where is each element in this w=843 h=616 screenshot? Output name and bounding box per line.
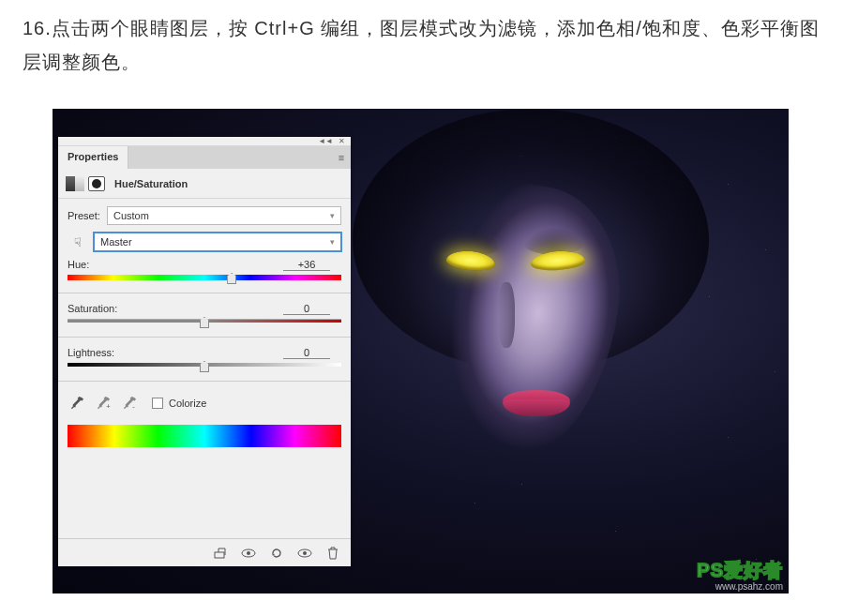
clip-to-layer-icon[interactable]	[212, 545, 229, 562]
watermark-rest: 爱好者	[724, 560, 783, 580]
properties-panel: ◄◄ ✕ Properties ≡ Hue/Saturation Preset:…	[58, 137, 351, 566]
lightness-value[interactable]: 0	[283, 347, 330, 359]
tab-properties[interactable]: Properties	[58, 146, 128, 169]
hue-value[interactable]: +36	[283, 259, 330, 271]
panel-menu-icon[interactable]: ≡	[332, 146, 351, 169]
svg-text:+: +	[106, 402, 111, 411]
chevron-down-icon: ▾	[330, 237, 335, 247]
instruction-text: 16.点击两个眼睛图层，按 Ctrl+G 编组，图层模式改为滤镜，添加色相/饱和…	[0, 0, 843, 83]
watermark-ps: PS	[697, 560, 724, 580]
reset-icon[interactable]	[268, 545, 285, 562]
adjustment-layer-icon[interactable]	[66, 176, 84, 191]
view-previous-icon[interactable]	[240, 545, 257, 562]
preset-value: Custom	[113, 210, 149, 221]
svg-text:-: -	[132, 402, 135, 411]
watermark: PS爱好者 www.psahz.com	[697, 558, 783, 592]
close-icon[interactable]: ✕	[339, 137, 345, 145]
lips	[503, 390, 570, 416]
eyedropper-subtract-icon[interactable]: -	[120, 395, 139, 412]
photoshop-canvas: ◄◄ ✕ Properties ≡ Hue/Saturation Preset:…	[53, 109, 789, 593]
saturation-slider[interactable]	[68, 319, 341, 327]
channel-value: Master	[100, 236, 132, 248]
hue-label: Hue:	[68, 259, 89, 271]
saturation-value[interactable]: 0	[283, 303, 330, 315]
visibility-icon[interactable]	[296, 545, 313, 562]
preset-label: Preset:	[68, 210, 107, 221]
adjustment-title: Hue/Saturation	[114, 178, 188, 189]
color-range-bars[interactable]	[68, 425, 341, 447]
colorize-label: Colorize	[169, 398, 206, 409]
watermark-url: www.psahz.com	[697, 581, 783, 592]
eyedropper-add-icon[interactable]: +	[94, 395, 113, 412]
layer-mask-icon[interactable]	[88, 176, 105, 191]
lightness-label: Lightness:	[68, 347, 114, 359]
svg-rect-2	[215, 552, 224, 558]
collapse-icon[interactable]: ◄◄	[318, 137, 333, 145]
preset-select[interactable]: Custom ▾	[107, 206, 341, 225]
eyedropper-icon[interactable]	[68, 395, 86, 412]
trash-icon[interactable]	[324, 545, 341, 562]
saturation-label: Saturation:	[68, 303, 117, 315]
svg-point-4	[247, 551, 250, 555]
hue-slider[interactable]	[68, 275, 341, 283]
targeted-adjustment-icon[interactable]: ☟	[68, 233, 88, 251]
colorize-checkbox[interactable]	[152, 398, 163, 409]
chevron-down-icon: ▾	[330, 211, 335, 220]
artwork-face	[409, 146, 653, 521]
lightness-slider[interactable]	[68, 363, 341, 371]
channel-select[interactable]: Master ▾	[94, 233, 341, 251]
svg-point-6	[303, 551, 307, 555]
